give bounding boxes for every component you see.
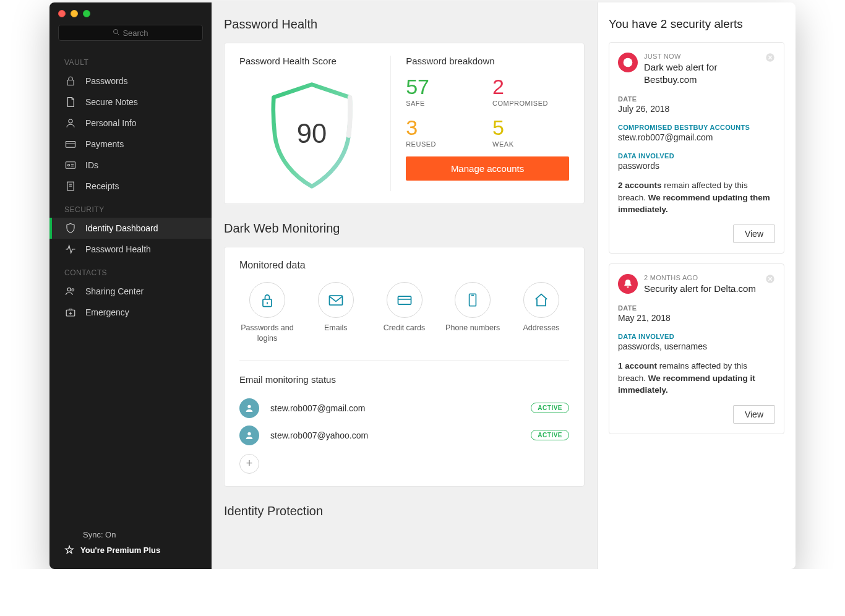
home-icon [523, 282, 559, 318]
person-icon [64, 118, 77, 129]
search-placeholder: Search [122, 28, 148, 38]
sidebar-item-passwords[interactable]: Passwords [49, 71, 212, 92]
alert-card: 2 MONTHS AGO Security alert for Delta.co… [609, 263, 784, 434]
alert-data: passwords [618, 161, 775, 171]
svg-point-26 [247, 432, 251, 435]
sidebar-item-secure-notes[interactable]: Secure Notes [49, 92, 212, 113]
nav-label: Emergency [85, 307, 129, 317]
identity-protection-heading: Identity Protection [224, 504, 585, 518]
alert-body: 2 accounts remain affected by this breac… [618, 179, 775, 216]
nav-label: Password Health [85, 244, 151, 254]
status-badge: ACTIVE [531, 403, 569, 413]
email-address: stew.rob007@yahoo.com [270, 430, 531, 440]
search-input[interactable]: Search [58, 25, 203, 41]
dark-web-icon [618, 53, 638, 72]
password-health-card: Password Health Score 90 [224, 43, 585, 204]
note-icon [64, 96, 77, 108]
section-security-label: SECURITY [49, 197, 212, 218]
receipt-icon [64, 181, 77, 192]
breakdown-weak: 5 WEAK [492, 117, 569, 148]
alert-data: passwords, usernames [618, 341, 775, 351]
breakdown-grid: 57 SAFE 2 COMPROMISED 3 REUSED 5 WEAK [406, 76, 569, 148]
shield-icon [64, 223, 77, 234]
sidebar-item-payments[interactable]: Payments [49, 134, 212, 155]
close-window-button[interactable] [58, 10, 66, 17]
sidebar-item-receipts[interactable]: Receipts [49, 176, 212, 197]
alert-accounts: stew.rob007@gmail.com [618, 132, 775, 142]
password-health-heading: Password Health [224, 17, 585, 32]
svg-point-7 [68, 165, 70, 166]
alert-card: JUST NOW Dark web alert for Bestbuy.com … [609, 42, 784, 254]
star-icon: ☆ [64, 543, 74, 557]
svg-rect-4 [66, 142, 75, 148]
score-value: 90 [297, 119, 327, 148]
email-status-title: Email monitoring status [239, 374, 569, 385]
sidebar-item-personal-info[interactable]: Personal Info [49, 113, 212, 134]
view-alert-button[interactable]: View [733, 225, 775, 243]
user-avatar-icon [239, 398, 259, 418]
dark-web-card: Monitored data Passwords and logins Emai… [224, 247, 585, 487]
svg-point-14 [72, 289, 74, 291]
monitored-data-title: Monitored data [239, 260, 569, 271]
svg-rect-20 [329, 296, 342, 305]
sidebar: Search VAULT Passwords Secure Notes Pers… [49, 2, 212, 569]
sidebar-footer: Sync: On ☆ You're Premium Plus [49, 520, 212, 569]
dismiss-alert-button[interactable] [765, 274, 775, 286]
health-score-section: Password Health Score 90 [239, 56, 391, 191]
padlock-icon [249, 282, 285, 318]
emergency-icon [64, 307, 77, 318]
id-icon [64, 160, 77, 171]
sidebar-item-identity-dashboard[interactable]: Identity Dashboard [49, 218, 212, 239]
breakdown-compromised: 2 COMPROMISED [492, 76, 569, 107]
alert-date: July 26, 2018 [618, 104, 775, 114]
phone-icon [455, 282, 491, 318]
user-avatar-icon [239, 426, 259, 445]
alerts-panel: You have 2 security alerts JUST NOW Dark… [598, 2, 796, 569]
nav-label: Sharing Center [85, 286, 144, 296]
alert-date-label: DATE [618, 304, 775, 312]
manage-accounts-button[interactable]: Manage accounts [406, 156, 569, 181]
sidebar-item-ids[interactable]: IDs [49, 155, 212, 176]
view-alert-button[interactable]: View [733, 405, 775, 424]
bell-icon [618, 274, 638, 294]
search-icon [113, 28, 120, 38]
monitor-addresses[interactable]: Addresses [513, 282, 569, 344]
email-monitoring-section: Email monitoring status stew.rob007@gmai… [239, 374, 569, 474]
alerts-heading: You have 2 security alerts [609, 17, 784, 31]
breakdown-section: Password breakdown 57 SAFE 2 COMPROMISED… [391, 56, 569, 191]
add-email-button[interactable]: + [239, 454, 259, 474]
svg-rect-6 [66, 162, 75, 169]
alert-time: JUST NOW [644, 53, 763, 60]
maximize-window-button[interactable] [83, 10, 90, 17]
section-vault-label: VAULT [49, 49, 212, 71]
email-status-row: stew.rob007@gmail.com ACTIVE [239, 395, 569, 422]
sidebar-item-password-health[interactable]: Password Health [49, 239, 212, 260]
window-controls [49, 2, 212, 24]
status-badge: ACTIVE [531, 430, 569, 440]
svg-point-13 [67, 288, 71, 291]
monitored-data-row: Passwords and logins Emails Credit cards [239, 282, 569, 361]
email-address: stew.rob007@gmail.com [270, 403, 531, 413]
credit-card-icon [387, 282, 422, 318]
svg-rect-21 [398, 296, 411, 304]
nav-label: Personal Info [85, 118, 137, 128]
dismiss-alert-button[interactable] [765, 53, 775, 64]
score-shield: 90 [239, 76, 384, 191]
alert-body: 1 account remains affected by this breac… [618, 360, 775, 396]
svg-point-0 [114, 29, 118, 33]
premium-status: ☆ You're Premium Plus [64, 543, 197, 557]
alert-title: Dark web alert for Bestbuy.com [644, 61, 763, 85]
alert-time: 2 MONTHS AGO [644, 274, 763, 281]
monitor-passwords[interactable]: Passwords and logins [239, 282, 295, 344]
sidebar-item-sharing-center[interactable]: Sharing Center [49, 281, 212, 302]
monitor-emails[interactable]: Emails [308, 282, 364, 344]
monitor-phone-numbers[interactable]: Phone numbers [445, 282, 500, 344]
envelope-icon [318, 282, 354, 318]
monitor-credit-cards[interactable]: Credit cards [377, 282, 432, 344]
breakdown-title: Password breakdown [406, 56, 569, 66]
breakdown-safe: 57 SAFE [406, 76, 483, 107]
sidebar-item-emergency[interactable]: Emergency [49, 302, 212, 323]
nav-label: Passwords [85, 76, 127, 86]
minimize-window-button[interactable] [71, 10, 78, 17]
dark-web-heading: Dark Web Monitoring [224, 221, 585, 236]
